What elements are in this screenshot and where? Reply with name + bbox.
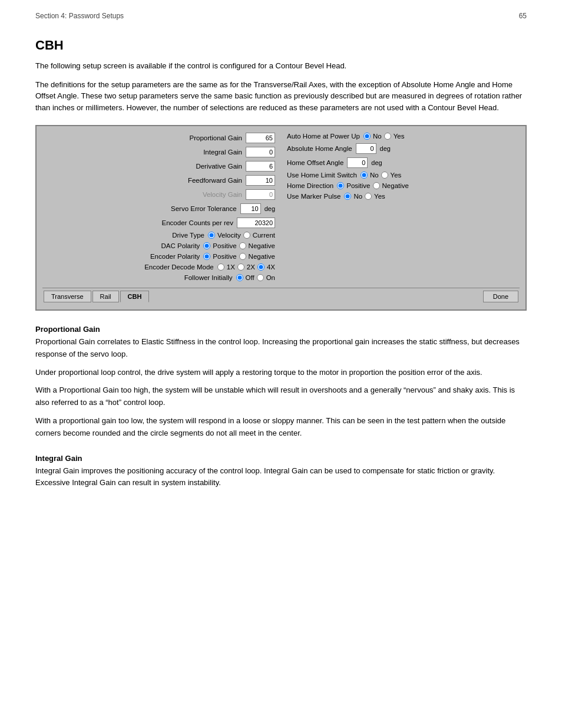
dac-polarity-row: DAC Polarity Positive Negative: [42, 242, 275, 250]
use-marker-radio-group: No Yes: [344, 193, 385, 200]
home-direction-negative-label: Negative: [382, 182, 409, 189]
abs-home-angle-row: Absolute Home Angle deg: [287, 143, 520, 154]
drive-type-row: Drive Type Velocity Current: [42, 231, 275, 239]
encoder-polarity-positive-label: Positive: [213, 253, 236, 260]
servo-error-input[interactable]: [240, 203, 261, 214]
drive-type-velocity-label: Velocity: [217, 232, 241, 239]
follower-on-label: On: [266, 274, 275, 281]
encoder-decode-4x-label: 4X: [267, 263, 275, 271]
dialog-inner: Proportional Gain Integral Gain Derivati…: [42, 132, 520, 282]
section-label: Section 4: Password Setups: [35, 12, 124, 20]
encoder-decode-2x-radio[interactable]: [237, 263, 244, 271]
auto-home-yes-label: Yes: [394, 133, 405, 140]
encoder-counts-input[interactable]: [237, 218, 275, 228]
encoder-counts-row: Encoder Counts per rev: [42, 217, 275, 229]
integral-gain-label: Integral Gain: [203, 149, 242, 156]
dialog-right-column: Auto Home at Power Up No Yes Absolute Ho…: [287, 132, 520, 282]
proportional-gain-para-3: With a proportional gain too low, the sy…: [35, 415, 527, 440]
use-marker-no-radio[interactable]: [344, 193, 351, 200]
auto-home-no-label: No: [373, 133, 382, 140]
encoder-decode-1x-label: 1X: [227, 263, 235, 271]
use-marker-yes-radio[interactable]: [365, 193, 372, 200]
use-home-limit-yes-label: Yes: [391, 172, 402, 179]
auto-home-label: Auto Home at Power Up: [287, 133, 360, 140]
follower-off-radio[interactable]: [236, 274, 243, 281]
integral-gain-input[interactable]: [246, 147, 275, 157]
home-offset-label: Home Offset Angle: [287, 159, 343, 166]
proportional-gain-para-2: With a Proportional Gain too high, the s…: [35, 384, 527, 409]
derivative-gain-input[interactable]: [246, 161, 275, 172]
dac-polarity-positive-label: Positive: [213, 242, 236, 249]
page-container: Section 4: Password Setups 65 CBH The fo…: [0, 0, 562, 728]
dac-polarity-positive-radio[interactable]: [203, 242, 210, 249]
servo-error-row: Servo Error Tolerance deg: [42, 203, 275, 215]
tab-rail[interactable]: Rail: [92, 291, 119, 302]
follower-row: Follower Initially Off On: [42, 274, 275, 282]
drive-type-velocity-radio[interactable]: [208, 232, 215, 239]
home-direction-row: Home Direction Positive Negative: [287, 182, 520, 190]
home-direction-positive-radio[interactable]: [337, 182, 344, 189]
home-direction-radio-group: Positive Negative: [337, 182, 409, 189]
use-home-limit-no-label: No: [370, 172, 379, 179]
intro-paragraph-1: The following setup screen is available …: [35, 60, 527, 72]
follower-off-label: Off: [246, 274, 254, 281]
integral-gain-row: Integral Gain: [42, 146, 275, 158]
use-home-limit-row: Use Home Limit Switch No Yes: [287, 171, 520, 179]
encoder-polarity-positive-radio[interactable]: [203, 253, 210, 260]
home-offset-row: Home Offset Angle deg: [287, 157, 520, 169]
tab-transverse[interactable]: Transverse: [44, 291, 91, 302]
dac-polarity-negative-label: Negative: [249, 242, 275, 249]
velocity-gain-label: Velocity Gain: [203, 191, 242, 198]
page-title: CBH: [35, 38, 527, 53]
abs-home-angle-unit: deg: [380, 145, 391, 152]
encoder-decode-label: Encoder Decode Mode: [144, 263, 214, 271]
tab-cbh[interactable]: CBH: [120, 291, 150, 302]
auto-home-no-radio[interactable]: [363, 133, 371, 140]
encoder-polarity-negative-radio[interactable]: [239, 253, 246, 260]
auto-home-yes-radio[interactable]: [384, 133, 391, 140]
encoder-polarity-row: Encoder Polarity Positive Negative: [42, 252, 275, 261]
encoder-decode-row: Encoder Decode Mode 1X 2X 4X: [42, 263, 275, 271]
drive-type-current-label: Current: [253, 232, 275, 239]
proportional-gain-para-0: Proportional Gain correlates to Elastic …: [35, 336, 527, 361]
servo-error-label: Servo Error Tolerance: [171, 205, 237, 212]
servo-error-unit: deg: [265, 205, 275, 212]
velocity-gain-row: Velocity Gain: [42, 189, 275, 200]
proportional-gain-label: Proportional Gain: [190, 134, 243, 141]
use-home-limit-label: Use Home Limit Switch: [287, 172, 357, 179]
derivative-gain-label: Derivative Gain: [196, 163, 242, 170]
use-home-limit-yes-radio[interactable]: [381, 172, 388, 179]
drive-type-current-radio[interactable]: [243, 232, 250, 239]
follower-on-radio[interactable]: [257, 274, 264, 281]
feedforward-gain-row: Feedforward Gain: [42, 174, 275, 186]
derivative-gain-row: Derivative Gain: [42, 160, 275, 172]
abs-home-angle-input[interactable]: [356, 143, 376, 154]
use-home-limit-no-radio[interactable]: [361, 172, 368, 179]
auto-home-row: Auto Home at Power Up No Yes: [287, 132, 520, 140]
velocity-gain-input[interactable]: [246, 189, 275, 200]
use-marker-no-label: No: [353, 193, 362, 200]
encoder-decode-2x-label: 2X: [247, 263, 255, 271]
proportional-gain-heading: Proportional Gain: [35, 325, 527, 334]
use-marker-yes-label: Yes: [374, 193, 385, 200]
proportional-gain-input[interactable]: [246, 133, 275, 143]
follower-label: Follower Initially: [184, 274, 233, 281]
use-home-limit-radio-group: No Yes: [361, 172, 401, 179]
section-integral-gain: Integral Gain Integral Gain improves the…: [35, 454, 527, 490]
integral-gain-heading: Integral Gain: [35, 454, 527, 463]
tab-group: Transverse Rail CBH: [44, 291, 149, 302]
feedforward-gain-input[interactable]: [246, 175, 275, 186]
proportional-gain-para-1: Under proportional loop control, the dri…: [35, 367, 527, 379]
encoder-decode-1x-radio[interactable]: [217, 263, 224, 271]
encoder-decode-4x-radio[interactable]: [257, 263, 265, 271]
encoder-polarity-negative-label: Negative: [249, 253, 275, 260]
home-offset-input[interactable]: [347, 157, 368, 168]
home-direction-positive-label: Positive: [346, 182, 370, 189]
drive-type-label: Drive Type: [172, 232, 204, 239]
home-direction-negative-radio[interactable]: [373, 182, 380, 189]
done-button[interactable]: Done: [483, 291, 518, 302]
dac-polarity-negative-radio[interactable]: [239, 242, 246, 249]
proportional-gain-row: Proportional Gain: [42, 132, 275, 144]
encoder-decode-radio-group: 1X 2X 4X: [217, 263, 275, 271]
encoder-polarity-label: Encoder Polarity: [150, 253, 200, 260]
